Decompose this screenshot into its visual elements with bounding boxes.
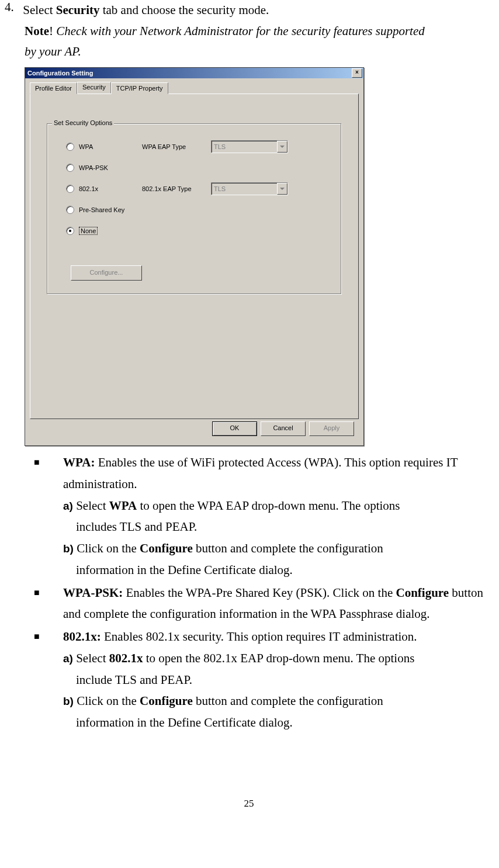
tab-tcpip[interactable]: TCP/IP Property — [111, 82, 168, 94]
window-title: Configuration Setting — [27, 70, 352, 77]
group-title: Set Security Options — [52, 119, 114, 126]
radio-psk-label: Pre-Shared Key — [79, 206, 124, 213]
8021x-eap-value: TLS — [212, 185, 277, 192]
wpa-eap-combo: TLS — [211, 140, 288, 153]
radio-psk[interactable] — [66, 206, 74, 214]
bullet-8021x: ■ 802.1x: Enables 802.1x security. This … — [34, 626, 493, 734]
tab-panel: Set Security Options WPA WPA EAP Type TL… — [30, 94, 359, 419]
radio-8021x-label: 802.1x — [79, 185, 98, 192]
combo-chevron-icon — [277, 141, 287, 153]
note-line-2: by your AP. — [25, 42, 493, 63]
radio-none-label: None — [79, 227, 98, 235]
ok-button[interactable]: OK — [212, 421, 257, 436]
radio-wpapsk-label: WPA-PSK — [79, 164, 108, 171]
wpa-eap-label: WPA EAP Type — [142, 143, 186, 150]
step-number: 4. — [5, 0, 20, 15]
page-number: 25 — [5, 798, 493, 810]
security-options-group: Set Security Options WPA WPA EAP Type TL… — [47, 123, 341, 294]
radio-wpapsk[interactable] — [66, 164, 74, 172]
8021x-eap-label: 802.1x EAP Type — [142, 185, 192, 192]
wpa-eap-value: TLS — [212, 143, 277, 150]
radio-8021x[interactable] — [66, 185, 74, 193]
configuration-dialog: Configuration Setting × Profile Editor S… — [25, 67, 364, 446]
radio-none-row[interactable]: None — [66, 227, 98, 235]
radio-psk-row[interactable]: Pre-Shared Key — [66, 206, 124, 214]
tab-security[interactable]: Security — [77, 82, 111, 94]
radio-wpa-label: WPA — [79, 143, 93, 150]
radio-8021x-row[interactable]: 802.1x — [66, 185, 98, 193]
bullet-icon: ■ — [34, 626, 63, 734]
radio-wpapsk-row[interactable]: WPA-PSK — [66, 164, 108, 172]
note-line-1: Note! Check with your Network Administra… — [25, 21, 493, 42]
apply-button: Apply — [309, 421, 354, 436]
configure-button: Configure... — [71, 265, 142, 281]
8021x-eap-combo: TLS — [211, 182, 288, 195]
bullet-icon: ■ — [34, 452, 63, 581]
step-instruction: Select Security tab and choose the secur… — [23, 0, 490, 21]
bullet-icon: ■ — [34, 582, 63, 625]
cancel-button[interactable]: Cancel — [261, 421, 306, 436]
radio-none[interactable] — [66, 227, 74, 235]
bullet-wpa: ■ WPA: Enables the use of WiFi protected… — [34, 452, 493, 581]
radio-wpa[interactable] — [66, 143, 74, 151]
bullet-wpapsk: ■ WPA-PSK: Enables the WPA-Pre Shared Ke… — [34, 582, 493, 625]
close-button[interactable]: × — [352, 68, 362, 78]
titlebar: Configuration Setting × — [25, 68, 363, 78]
radio-wpa-row[interactable]: WPA — [66, 143, 93, 151]
combo-chevron-icon — [277, 183, 287, 195]
tab-profile-editor[interactable]: Profile Editor — [30, 82, 77, 94]
